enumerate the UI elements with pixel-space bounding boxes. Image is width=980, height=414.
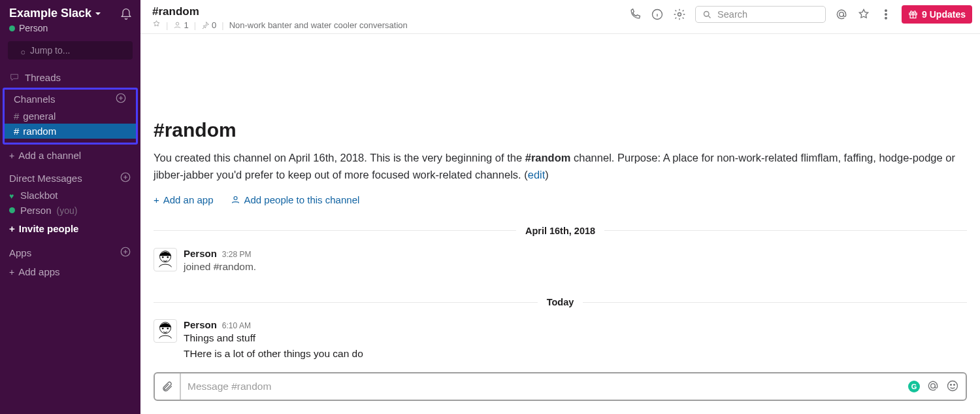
jump-to-placeholder: Jump to... bbox=[30, 45, 70, 56]
at-icon bbox=[835, 8, 848, 21]
add-people-link[interactable]: Add people to this channel bbox=[231, 194, 360, 205]
info-icon bbox=[651, 8, 664, 21]
avatar[interactable] bbox=[154, 319, 177, 343]
channel-label: general bbox=[23, 111, 56, 122]
star-button[interactable] bbox=[857, 8, 870, 21]
avatar-icon bbox=[154, 319, 176, 343]
workspace-switcher[interactable]: Example Slack bbox=[9, 7, 102, 20]
attach-button[interactable] bbox=[161, 373, 181, 400]
presence-dot-icon bbox=[9, 207, 15, 213]
plus-icon: + bbox=[154, 194, 159, 205]
jump-to-input[interactable]: Jump to... bbox=[8, 41, 133, 60]
add-channel-icon-button[interactable] bbox=[115, 92, 127, 106]
avatar[interactable] bbox=[154, 248, 177, 271]
svg-point-9 bbox=[885, 10, 887, 12]
hash-icon: # bbox=[14, 111, 19, 122]
mention-button[interactable] bbox=[926, 379, 939, 394]
message-author[interactable]: Person bbox=[184, 248, 217, 259]
message-scroll[interactable]: #random You created this channel on Apri… bbox=[140, 34, 980, 372]
emoji-button[interactable] bbox=[946, 379, 959, 394]
svg-point-19 bbox=[162, 328, 163, 329]
at-icon bbox=[926, 379, 939, 392]
hash-icon: # bbox=[14, 126, 19, 137]
message-text: joined #random. bbox=[184, 260, 256, 274]
message-time[interactable]: 6:10 AM bbox=[222, 321, 251, 330]
svg-point-22 bbox=[948, 381, 958, 390]
channel-details-button[interactable] bbox=[651, 8, 664, 21]
message-time[interactable]: 3:28 PM bbox=[222, 250, 252, 259]
dm-item-self[interactable]: Person (you) bbox=[0, 203, 140, 218]
add-channel-link[interactable]: + Add a channel bbox=[0, 146, 140, 165]
chevron-down-icon bbox=[94, 10, 102, 18]
svg-point-7 bbox=[704, 11, 710, 16]
invite-people-link[interactable]: + Invite people bbox=[0, 218, 140, 239]
phone-icon bbox=[629, 8, 642, 21]
search-input[interactable]: Search bbox=[695, 6, 826, 23]
plus-icon: + bbox=[9, 267, 14, 277]
date-divider: Today bbox=[154, 296, 967, 307]
svg-point-23 bbox=[951, 384, 952, 385]
pin-count[interactable]: 0 bbox=[201, 20, 216, 30]
person-icon bbox=[231, 195, 240, 205]
star-icon bbox=[152, 20, 161, 28]
current-user-name: Person bbox=[19, 23, 48, 33]
composer-input[interactable] bbox=[188, 381, 902, 392]
add-apps-link[interactable]: + Add apps bbox=[0, 262, 140, 281]
message-row[interactable]: Person 6:10 AM Things and stuff THere is… bbox=[154, 317, 967, 364]
mentions-button[interactable] bbox=[835, 8, 848, 21]
search-placeholder: Search bbox=[717, 9, 747, 20]
channels-section-highlight: Channels # general # random bbox=[3, 88, 138, 145]
star-channel-button[interactable] bbox=[152, 20, 161, 30]
channels-header[interactable]: Channels bbox=[14, 94, 55, 105]
message-text: THere is a lot of other things you can d… bbox=[184, 347, 363, 361]
workspace-name: Example Slack bbox=[9, 7, 91, 20]
svg-point-24 bbox=[954, 384, 955, 385]
channel-title[interactable]: #random bbox=[152, 5, 408, 18]
channel-item-general[interactable]: # general bbox=[5, 109, 136, 124]
edit-purpose-link[interactable]: edit bbox=[528, 169, 546, 181]
member-count[interactable]: 1 bbox=[173, 20, 188, 30]
message-row[interactable]: Person 3:28 PM joined #random. bbox=[154, 245, 967, 277]
add-apps-label: Add apps bbox=[18, 266, 59, 277]
plus-circle-icon bbox=[120, 246, 131, 258]
topbar: #random | 1 | 0 | Non-work banter and wa… bbox=[140, 0, 980, 34]
invite-label: Invite people bbox=[19, 223, 79, 234]
updates-button[interactable]: 9 Updates bbox=[902, 5, 972, 24]
message-composer[interactable]: G bbox=[154, 372, 967, 401]
svg-point-10 bbox=[885, 14, 887, 16]
grammarly-icon[interactable]: G bbox=[908, 381, 920, 392]
notifications-button[interactable] bbox=[120, 8, 133, 23]
person-icon bbox=[173, 21, 182, 29]
star-icon bbox=[857, 8, 870, 21]
apps-header[interactable]: Apps bbox=[9, 247, 31, 258]
threads-link[interactable]: Threads bbox=[0, 69, 140, 86]
dm-header[interactable]: Direct Messages bbox=[9, 173, 82, 184]
bell-icon bbox=[120, 8, 133, 21]
add-app-icon-button[interactable] bbox=[120, 246, 131, 260]
gear-icon bbox=[673, 8, 686, 21]
svg-point-17 bbox=[167, 256, 169, 258]
add-app-link[interactable]: + Add an app bbox=[154, 194, 214, 205]
channel-intro: #random You created this channel on Apri… bbox=[154, 119, 964, 205]
svg-point-11 bbox=[885, 18, 887, 20]
plus-circle-icon bbox=[120, 171, 131, 183]
current-user[interactable]: Person bbox=[9, 23, 102, 33]
threads-icon bbox=[9, 73, 20, 83]
channel-label: random bbox=[23, 126, 56, 137]
channel-item-random[interactable]: # random bbox=[5, 124, 136, 139]
dm-label: Slackbot bbox=[20, 190, 58, 201]
dm-item-slackbot[interactable]: ♥ Slackbot bbox=[0, 188, 140, 203]
svg-point-6 bbox=[678, 13, 681, 16]
main: #random | 1 | 0 | Non-work banter and wa… bbox=[140, 0, 980, 414]
new-dm-button[interactable] bbox=[120, 171, 131, 185]
call-button[interactable] bbox=[629, 8, 642, 21]
message-author[interactable]: Person bbox=[184, 319, 217, 330]
channel-settings-button[interactable] bbox=[673, 8, 686, 21]
add-channel-label: Add a channel bbox=[18, 150, 81, 161]
pin-icon bbox=[201, 21, 210, 29]
plus-icon: + bbox=[9, 150, 14, 161]
more-button[interactable] bbox=[879, 8, 892, 21]
channel-topic[interactable]: Non-work banter and water cooler convers… bbox=[229, 20, 408, 30]
intro-text: You created this channel on April 16th, … bbox=[154, 149, 964, 184]
heart-icon: ♥ bbox=[9, 192, 15, 198]
